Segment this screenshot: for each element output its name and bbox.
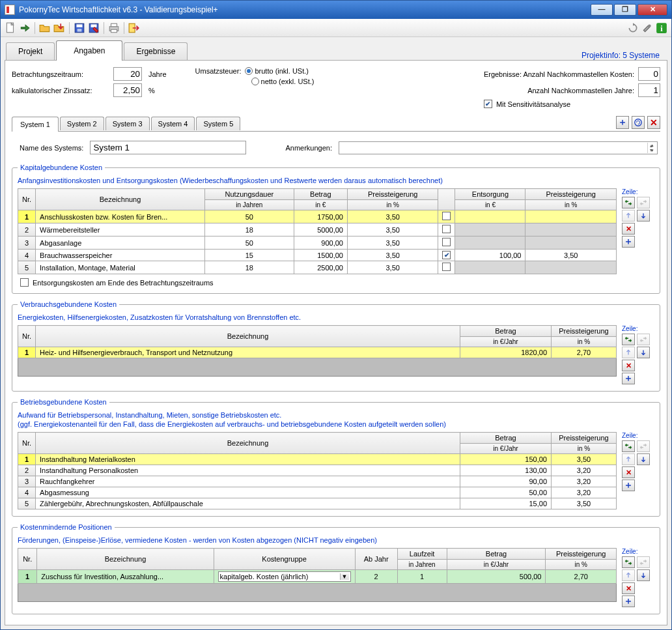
table-row[interactable]: 2Instandhaltung Personalkosten130,003,20	[18, 465, 617, 476]
system-name-label: Name des Systems:	[20, 144, 83, 152]
verbrauch-empty-area	[18, 358, 617, 377]
rate-label: kalkulatorischer Zinssatz:	[12, 87, 109, 94]
add-system-button[interactable]: ＋	[616, 116, 629, 129]
row-up-button[interactable]	[622, 453, 635, 465]
open-folder-icon[interactable]	[39, 22, 51, 34]
settings-icon[interactable]	[641, 22, 653, 34]
row-add-button[interactable]: ＋	[622, 373, 635, 384]
row-swap-left-button[interactable]	[622, 334, 635, 345]
close-button[interactable]: ✕	[637, 4, 667, 16]
row-add-button[interactable]: ＋	[622, 480, 635, 491]
disposal-checkbox[interactable]	[442, 238, 451, 246]
row-swap-left-button[interactable]	[622, 440, 635, 452]
row-up-button[interactable]	[622, 569, 635, 581]
row-down-button[interactable]	[637, 210, 650, 222]
new-file-icon[interactable]	[5, 22, 16, 34]
betrieb-group: Betriebsgebundene Kosten Aufwand für Bet…	[12, 398, 660, 517]
info-icon[interactable]: i	[656, 22, 667, 34]
table-row[interactable]: 3Abgasanlage50900,003,50	[18, 236, 617, 250]
disposal-checkbox[interactable]	[442, 263, 451, 271]
refresh-icon[interactable]	[627, 22, 639, 34]
row-delete-button[interactable]: ✕	[622, 360, 635, 371]
table-row[interactable]: 5Installation, Montage, Material182500,0…	[18, 261, 617, 274]
verbrauch-table[interactable]: Nr. Bezeichnung BetragPreissteigerung in…	[18, 325, 617, 358]
decimals-cost-input[interactable]	[638, 67, 660, 81]
save-icon[interactable]	[74, 22, 85, 34]
row-swap-right-button[interactable]	[637, 556, 650, 568]
table-row[interactable]: 1Heiz- und Hilfsenergieverbrauch, Transp…	[18, 347, 617, 358]
vat-label: Umsatzsteuer:	[195, 67, 242, 75]
sensitivity-checkbox[interactable]: ✔	[484, 100, 492, 108]
remarks-input[interactable]: ▴▾	[339, 141, 658, 154]
table-row[interactable]: 1Zuschuss für Investition, Auszahlung...…	[18, 570, 617, 584]
decimals-years-input[interactable]	[638, 83, 660, 97]
table-row[interactable]: 2Wärmebereitsteller185000,003,50	[18, 223, 617, 236]
window-title: PokornyTec Wirtschaftlichkeit v6.3 - Val…	[19, 5, 589, 14]
table-row[interactable]: 1Instandhaltung Materialkosten150,003,50	[18, 454, 617, 465]
system-name-input[interactable]	[90, 141, 246, 154]
betrieb-subdesc2: (ggf. Energiekostenanteil für den Fall, …	[18, 420, 654, 428]
row-swap-right-button[interactable]	[637, 197, 650, 208]
tab-angaben[interactable]: Angaben	[56, 40, 122, 61]
row-add-button[interactable]: ＋	[622, 595, 635, 607]
table-row[interactable]: 5Zählergebühr, Abrechnungskosten, Abfüll…	[18, 498, 617, 509]
svg-rect-7	[111, 23, 117, 27]
disposal-checkbox[interactable]	[442, 225, 451, 233]
disposal-checkbox[interactable]: ✔	[442, 251, 451, 259]
mindernde-subdesc: Förderungen, (Einspeise-)Erlöse, vermied…	[18, 536, 654, 544]
row-swap-right-button[interactable]	[637, 334, 650, 345]
save-as-icon[interactable]	[88, 22, 100, 34]
table-row[interactable]: 4Brauchwasserspeicher151500,003,50✔100,0…	[18, 250, 617, 261]
mindernde-legend: Kostenmindernde Positionen	[18, 523, 115, 531]
tab-system-1[interactable]: System 1	[12, 117, 59, 132]
period-unit: Jahre	[146, 69, 169, 79]
main-tabs: Projekt Angaben Ergebnisse Projektinfo: …	[1, 37, 671, 60]
tab-system-3[interactable]: System 3	[105, 117, 150, 130]
radio-brutto[interactable]: brutto (inkl. USt.)	[245, 67, 309, 75]
row-swap-right-button[interactable]	[637, 440, 650, 452]
period-input[interactable]	[113, 67, 142, 81]
row-delete-button[interactable]: ✕	[622, 582, 635, 594]
decimals-cost-label: Ergebnisse: Anzahl Nachkommastellen Kost…	[484, 70, 634, 78]
row-down-button[interactable]	[637, 569, 650, 581]
table-row[interactable]: 3Rauchfangkehrer90,003,20	[18, 476, 617, 487]
tab-system-2[interactable]: System 2	[60, 117, 104, 130]
svg-rect-3	[77, 29, 82, 32]
copy-system-button[interactable]	[632, 116, 645, 129]
row-swap-left-button[interactable]	[622, 197, 635, 208]
disposal-checkbox[interactable]	[442, 212, 451, 220]
maximize-button[interactable]: ❐	[614, 4, 636, 16]
row-add-button[interactable]: ＋	[622, 236, 635, 248]
row-up-button[interactable]	[622, 347, 635, 358]
print-icon[interactable]	[108, 22, 120, 34]
row-delete-button[interactable]: ✕	[622, 223, 635, 235]
import-icon[interactable]	[53, 22, 65, 34]
tab-system-4[interactable]: System 4	[151, 117, 195, 130]
betrieb-table[interactable]: Nr. Bezeichnung BetragPreissteigerung in…	[18, 432, 617, 509]
row-up-button[interactable]	[622, 210, 635, 222]
minimize-button[interactable]: ―	[591, 4, 613, 16]
kapital-table[interactable]: Nr. Bezeichnung NutzungsdauerBetragPreis…	[18, 188, 617, 274]
disposal-end-checkbox[interactable]	[20, 278, 29, 287]
svg-rect-2	[77, 24, 83, 27]
system-tabs: System 1 System 2 System 3 System 4 Syst…	[12, 116, 660, 132]
rate-input[interactable]	[113, 83, 142, 97]
verbrauch-subdesc: Energiekosten, Hilfsenergiekosten, Zusat…	[18, 313, 654, 321]
radio-netto[interactable]: netto (exkl. USt.)	[251, 78, 315, 85]
row-delete-button[interactable]: ✕	[622, 466, 635, 478]
delete-system-button[interactable]: ✕	[647, 116, 660, 129]
mindernde-empty-area	[18, 584, 617, 602]
table-row[interactable]: 1Anschlusskosten bzw. Kosten für Bren...…	[18, 210, 617, 223]
tab-projekt[interactable]: Projekt	[6, 42, 55, 60]
tab-system-5[interactable]: System 5	[196, 117, 240, 130]
table-row[interactable]: 4Abgasmessung50,003,20	[18, 487, 617, 498]
mindernde-group: Kostenmindernde Positionen Förderungen, …	[12, 523, 660, 614]
open-arrow-icon[interactable]	[19, 22, 31, 34]
tab-ergebnisse[interactable]: Ergebnisse	[124, 42, 188, 60]
row-down-button[interactable]	[637, 347, 650, 358]
row-down-button[interactable]	[637, 453, 650, 465]
exit-icon[interactable]	[128, 22, 140, 34]
mindernde-table[interactable]: Nr. Bezeichnung Kostengruppe Ab Jahr Lau…	[18, 548, 617, 584]
row-swap-left-button[interactable]	[622, 556, 635, 568]
costgroup-dropdown[interactable]: kapitalgeb. Kosten (jährlich)▼	[218, 571, 351, 582]
